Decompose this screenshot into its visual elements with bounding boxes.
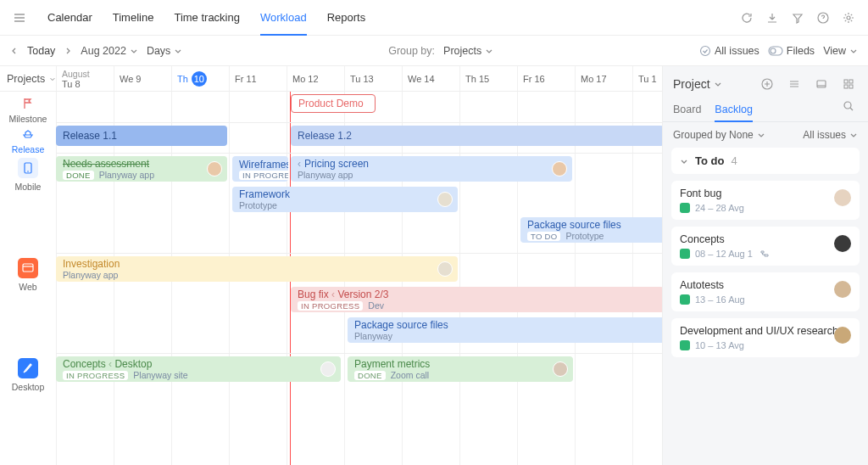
release-icon <box>18 127 38 141</box>
projects-header[interactable]: Projects <box>0 66 56 91</box>
day-column: AugustTu 8 <box>56 66 114 91</box>
bar-release-11-title: Release 1.1 <box>63 130 220 142</box>
tab-timeline[interactable]: Timeline <box>113 1 154 34</box>
bar-investigation[interactable]: Investigation Planyway app <box>56 256 458 282</box>
filter-icon[interactable] <box>788 8 807 27</box>
mobile-icon <box>18 158 38 178</box>
all-issues-toggle[interactable]: All issues <box>699 45 760 57</box>
tab-calendar[interactable]: Calendar <box>47 1 92 34</box>
svg-rect-10 <box>844 80 848 83</box>
section-count: 4 <box>731 154 737 167</box>
bar-payment-title: Payment metrics <box>354 358 566 370</box>
add-icon[interactable] <box>758 75 776 93</box>
card-title: Font bug <box>680 188 851 199</box>
avatar <box>834 281 851 298</box>
svg-rect-12 <box>844 85 848 88</box>
avatar <box>834 189 851 206</box>
panel-tab-board[interactable]: Board <box>673 98 701 121</box>
avatar <box>207 161 222 176</box>
svg-point-2 <box>700 46 709 55</box>
month-selector[interactable]: Aug 2022 <box>81 45 138 57</box>
bar-package-source-2[interactable]: Package source files Planyway <box>348 317 662 343</box>
bar-release-12[interactable]: Release 1.2 <box>291 126 662 146</box>
next-period[interactable] <box>64 47 72 55</box>
bar-concepts-title: Concepts <box>63 358 106 370</box>
backlog-card[interactable]: Development and UI/UX research10 – 13 Av… <box>671 318 860 357</box>
bar-wireframes-tag: IN PROGRESS <box>239 171 288 180</box>
search-icon[interactable] <box>839 98 858 117</box>
group-by-selector[interactable]: Projects <box>443 45 493 57</box>
avatar-placeholder <box>320 361 336 377</box>
bar-needs-assessment[interactable]: Needs assessment DONEPlanyway app <box>56 156 227 182</box>
view-selector[interactable]: View <box>823 45 858 57</box>
lane-desktop: Desktop <box>0 353 56 421</box>
status-square <box>680 249 690 259</box>
bar-concepts[interactable]: Concepts ‹ Desktop IN PROGRESSPlanyway s… <box>56 356 341 382</box>
bar-concepts-d: Desktop <box>114 358 152 370</box>
fields-toggle[interactable]: Fileds <box>768 45 815 57</box>
card-title: Concepts <box>680 233 851 245</box>
day-column: Th 10 <box>171 66 229 91</box>
grid-view-icon[interactable] <box>839 75 858 93</box>
grouped-by-selector[interactable]: Grouped by None <box>673 129 765 141</box>
bar-framework[interactable]: Framework Prototype <box>232 187 458 212</box>
today-button[interactable]: Today <box>27 45 55 57</box>
bar-product-demo-title: Product Demo <box>298 98 368 109</box>
tab-time-tracking[interactable]: Time tracking <box>174 1 240 34</box>
tab-reports[interactable]: Reports <box>327 1 366 34</box>
card-meta: 08 – 12 Aug 1 <box>680 249 851 259</box>
card-title: Autotests <box>680 279 851 291</box>
bar-release-12-title: Release 1.2 <box>298 130 657 142</box>
group-by-value: Projects <box>443 45 481 57</box>
day-column: Tu 1 <box>632 66 690 91</box>
all-issues-label: All issues <box>715 45 760 57</box>
bar-release-11[interactable]: Release 1.1 <box>56 126 227 146</box>
day-column: Mo 12 <box>287 66 344 91</box>
bar-concepts-sub: Planyway site <box>133 370 187 380</box>
bar-wireframes[interactable]: Wireframes IN PROGRESS <box>232 156 288 182</box>
bar-package2-title: Package source files <box>354 319 658 331</box>
bar-product-demo[interactable]: Product Demo <box>291 94 376 113</box>
day-column: Tu 13 <box>344 66 402 91</box>
day-column: Th 15 <box>459 66 517 91</box>
list-view-icon[interactable] <box>785 75 804 93</box>
backlog-card[interactable]: Concepts08 – 12 Aug 1 <box>671 227 860 266</box>
menu-icon[interactable] <box>10 8 29 27</box>
bar-package2-sub: Planyway <box>354 331 392 341</box>
day-column: Fr 16 <box>517 66 575 91</box>
day-column: We 14 <box>402 66 459 91</box>
bar-package-sub: Prototype <box>565 231 604 241</box>
web-icon <box>18 258 38 278</box>
flag-icon <box>18 97 38 110</box>
gear-icon[interactable] <box>839 8 858 27</box>
bar-bug-ver: Version 2/3 <box>337 289 388 300</box>
bar-payment-metrics[interactable]: Payment metrics DONEZoom call <box>348 356 573 382</box>
panel-tab-backlog[interactable]: Backlog <box>715 98 752 122</box>
bar-bug-tag: IN PROGRESS <box>298 301 363 311</box>
day-column: Fr 11 <box>229 66 287 91</box>
granularity-selector[interactable]: Days <box>147 45 182 57</box>
card-meta: 10 – 13 Avg <box>680 340 851 350</box>
panel-all-issues-selector[interactable]: All issues <box>803 129 858 141</box>
backlog-card[interactable]: Font bug24 – 28 Avg <box>671 181 860 220</box>
refresh-icon[interactable] <box>737 8 756 27</box>
status-square <box>680 340 690 350</box>
section-todo[interactable]: To do 4 <box>671 148 860 174</box>
backlog-card[interactable]: Autotests13 – 16 Aug <box>671 272 860 311</box>
month-label: Aug 2022 <box>81 45 126 57</box>
avatar <box>437 192 453 207</box>
svg-point-14 <box>844 102 851 109</box>
prev-period[interactable] <box>10 47 19 55</box>
lane-desktop-label: Desktop <box>12 382 45 392</box>
help-icon[interactable] <box>814 8 832 27</box>
bar-pricing-sub: Planyway app <box>298 170 353 180</box>
card-title: Development and UI/UX research <box>680 325 851 337</box>
download-icon[interactable] <box>763 8 782 27</box>
bar-bug-fix[interactable]: Bug fix ‹ Version 2/3 IN PROGRESSDev <box>291 287 662 312</box>
bar-pricing-screen[interactable]: ‹Pricing screen Planyway app <box>291 156 572 182</box>
tab-workload[interactable]: Workload <box>260 1 307 36</box>
card-view-icon[interactable] <box>812 75 831 93</box>
bar-package-source[interactable]: Package source files TO DOPrototype <box>520 217 662 243</box>
chevron-down-icon <box>680 157 688 165</box>
avatar <box>834 327 851 344</box>
